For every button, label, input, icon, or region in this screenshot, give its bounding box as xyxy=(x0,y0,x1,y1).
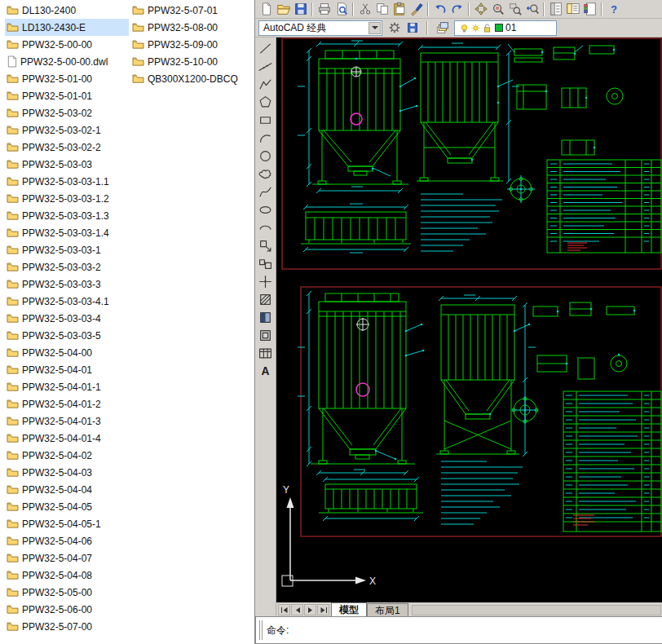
file-item[interactable]: PPW32-5-04-00 xyxy=(5,344,129,361)
file-item[interactable]: PPW32-5-06-00 xyxy=(5,601,129,618)
redo-button[interactable] xyxy=(448,1,466,17)
preview-button[interactable] xyxy=(333,1,350,17)
file-item[interactable]: PPW32-5-09-00 xyxy=(130,36,253,53)
workspace-combo[interactable]: AutoCAD 经典 xyxy=(258,20,382,36)
point-tool-button[interactable] xyxy=(257,273,275,290)
layer-control[interactable]: 01 xyxy=(454,20,557,36)
workspace-settings-button[interactable] xyxy=(386,20,403,36)
undo-button[interactable] xyxy=(431,1,448,17)
revision-cloud-tool-button[interactable] xyxy=(257,165,275,183)
gradient-tool-button[interactable] xyxy=(257,309,275,326)
tool-palettes-button[interactable] xyxy=(581,1,598,17)
ellipse-tool-button[interactable] xyxy=(257,201,275,218)
file-item[interactable]: PPW32-5-04-01-3 xyxy=(5,412,129,430)
folder-icon xyxy=(7,22,19,33)
file-item[interactable]: PPW32-5-04-03 xyxy=(5,464,129,481)
file-item[interactable]: PPW32-5-04-06 xyxy=(5,532,129,549)
pan-button[interactable] xyxy=(472,1,489,17)
file-item[interactable]: PPW32-5-07-01 xyxy=(130,2,253,19)
arc-tool-button[interactable] xyxy=(257,130,275,147)
file-item[interactable]: LD130-2430-E xyxy=(5,19,129,36)
spline-tool-button[interactable] xyxy=(257,183,275,201)
file-item[interactable]: PPW32-5-10-00 xyxy=(130,53,253,70)
open-folder-button[interactable] xyxy=(275,1,292,17)
drawing-canvas[interactable]: Y X xyxy=(276,37,662,602)
file-item[interactable]: PPW32-5-04-05 xyxy=(5,498,129,515)
circle-tool-button[interactable] xyxy=(257,148,275,165)
file-item[interactable]: PPW32-5-04-05-1 xyxy=(5,515,129,532)
file-item[interactable]: PPW32-5-04-02 xyxy=(5,447,129,464)
polyline-tool-button[interactable] xyxy=(257,76,275,93)
file-item[interactable]: PPW32-5-03-03-1.4 xyxy=(5,224,129,241)
file-item[interactable]: PPW32-5-03-03-1.1 xyxy=(5,173,129,190)
horizontal-scrollbar[interactable] xyxy=(412,605,661,615)
plot-button[interactable] xyxy=(316,1,333,17)
command-window-grip[interactable] xyxy=(259,620,263,640)
tab-prev-button[interactable] xyxy=(291,604,303,615)
text-tool-button[interactable]: A xyxy=(257,363,275,380)
designcenter-button[interactable] xyxy=(564,1,581,17)
zoom-previous-button[interactable] xyxy=(523,1,541,17)
file-item[interactable]: PPW32-5-07-00 xyxy=(5,618,129,635)
file-item[interactable]: PPW32-5-03-03-1.2 xyxy=(5,190,129,207)
file-item[interactable]: PPW32-5-04-07 xyxy=(5,549,129,567)
file-item[interactable]: PPW32-5-03-03-1.3 xyxy=(5,207,129,224)
file-item[interactable]: PPW32-5-05-00 xyxy=(5,584,129,601)
make-block-tool-button[interactable] xyxy=(257,255,275,272)
file-item[interactable]: PPW32-5-03-03-2 xyxy=(5,258,129,276)
file-name: PPW32-5-03-03-1.4 xyxy=(22,227,109,239)
file-item[interactable]: PPW32-5-00-00.dwl xyxy=(5,53,129,70)
file-item[interactable]: PPW32-5-03-02-1 xyxy=(5,121,129,139)
file-item[interactable]: QB300X1200-DBCQ xyxy=(130,70,253,87)
file-item[interactable]: PPW32-5-03-03-4.1 xyxy=(5,293,129,310)
file-item[interactable]: DL130-2400 xyxy=(5,2,129,19)
table-tool-button[interactable] xyxy=(257,345,275,362)
tab-first-button[interactable] xyxy=(278,604,290,615)
command-line[interactable]: 命令: xyxy=(255,616,662,644)
file-item[interactable]: PPW32-5-03-03-1 xyxy=(5,241,129,258)
paste-button[interactable] xyxy=(391,1,408,17)
polygon-tool-button[interactable] xyxy=(257,94,275,111)
file-item[interactable]: PPW32-5-03-03-3 xyxy=(5,276,129,293)
file-item[interactable]: PPW32-5-03-03-5 xyxy=(5,327,129,344)
file-item[interactable]: PPW32-5-01-01 xyxy=(5,87,129,104)
help-button[interactable]: ? xyxy=(605,1,622,17)
workspace-save-button[interactable] xyxy=(404,20,421,36)
tab-layout1[interactable]: 布局1 xyxy=(367,603,408,616)
hatch-tool-button[interactable] xyxy=(257,291,275,308)
zoom-window-button[interactable] xyxy=(506,1,523,17)
properties-button[interactable] xyxy=(547,1,564,17)
cut-button[interactable] xyxy=(356,1,373,17)
file-item[interactable]: PPW32-5-04-01 xyxy=(5,361,129,378)
construction-line-tool-button[interactable] xyxy=(257,58,275,75)
tab-next-button[interactable] xyxy=(304,604,316,615)
file-item[interactable]: PPW32-5-03-02 xyxy=(5,104,129,121)
file-item[interactable]: PPW32-5-04-01-1 xyxy=(5,378,129,395)
file-item[interactable]: PPW32-5-01-00 xyxy=(5,70,129,87)
tab-model[interactable]: 模型 xyxy=(331,602,367,616)
copy-button[interactable] xyxy=(373,1,391,17)
layout-tabs: 模型布局1 xyxy=(331,602,408,616)
file-item[interactable]: PPW32-5-00-00 xyxy=(5,36,129,53)
rectangle-tool-button[interactable] xyxy=(257,112,275,129)
tab-last-button[interactable] xyxy=(317,604,329,615)
new-file-button[interactable] xyxy=(258,1,275,17)
file-item[interactable]: PPW32-5-08-00 xyxy=(130,19,253,36)
file-item[interactable]: PPW32-5-04-04 xyxy=(5,481,129,498)
insert-block-tool-button[interactable] xyxy=(257,237,275,254)
file-item[interactable]: PPW32-5-03-03-4 xyxy=(5,310,129,327)
region-tool-button[interactable] xyxy=(257,327,275,344)
file-item[interactable]: PPW32-5-04-08 xyxy=(5,567,129,584)
file-item[interactable]: PPW32-5-04-01-2 xyxy=(5,395,129,412)
zoom-realtime-button[interactable] xyxy=(489,1,506,17)
line-tool-button[interactable] xyxy=(257,40,275,57)
save-button[interactable] xyxy=(292,1,309,17)
chevron-down-icon[interactable] xyxy=(369,22,381,34)
layers-button[interactable] xyxy=(434,20,451,36)
ellipse-arc-tool-button[interactable] xyxy=(257,219,275,236)
file-item[interactable]: PPW32-5-04-01-4 xyxy=(5,430,129,447)
help-icon: ? xyxy=(607,2,621,16)
file-item[interactable]: PPW32-5-03-02-2 xyxy=(5,139,129,156)
match-properties-button[interactable] xyxy=(408,1,425,17)
file-item[interactable]: PPW32-5-03-03 xyxy=(5,156,129,173)
